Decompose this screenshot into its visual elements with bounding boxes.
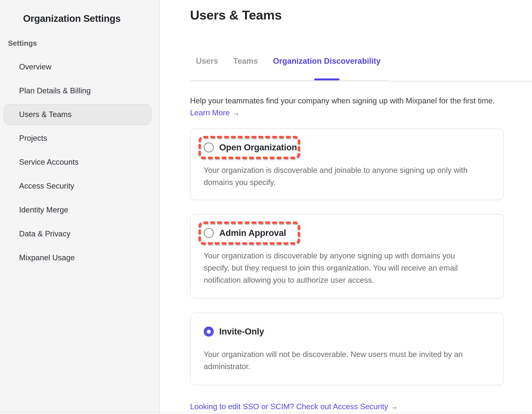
sidebar-item-identity-merge[interactable]: Identity Merge [0,198,160,222]
option-label-admin-approval: Admin Approval [219,228,286,238]
radio-row-open-organization[interactable]: Open Organization [204,142,297,152]
sidebar-item-service-accounts[interactable]: Service Accounts [0,150,160,174]
sidebar-nav: Overview Plan Details & Billing Users & … [0,55,160,270]
sidebar-item-data-privacy[interactable]: Data & Privacy [0,222,160,246]
option-card-admin-approval: Admin Approval Your organization is disc… [190,214,504,298]
radio-admin-approval[interactable] [204,228,214,238]
option-card-open-organization: Open Organization Your organization is d… [190,128,504,200]
radio-row-admin-approval[interactable]: Admin Approval [204,228,286,238]
option-description-open-organization: Your organization is discoverable and jo… [204,164,504,188]
option-card-invite-only: Invite-Only Your organization will not b… [190,312,504,386]
sidebar-item-mixpanel-usage[interactable]: Mixpanel Usage [0,246,160,270]
sidebar-item-overview[interactable]: Overview [0,55,160,79]
tab-teams[interactable]: Teams [233,57,258,66]
sidebar-item-plan-details-billing[interactable]: Plan Details & Billing [0,79,160,103]
tab-users[interactable]: Users [196,57,218,66]
option-label-invite-only: Invite-Only [219,327,264,337]
option-label-open-organization: Open Organization [219,142,297,152]
page-description: Help your teammates find your company wh… [190,95,532,107]
option-description-invite-only: Your organization will not be discoverab… [204,348,504,373]
access-security-link[interactable]: Looking to edit SSO or SCIM? Check out A… [190,402,398,411]
learn-more-link[interactable]: Learn More → [190,108,240,117]
sidebar-section-label: Settings [8,39,37,47]
radio-invite-only-selected[interactable] [204,327,214,337]
sidebar-item-users-teams[interactable]: Users & Teams [4,104,152,125]
sidebar: Organization Settings Settings Overview … [0,0,160,414]
tab-strip-divider [190,80,389,81]
sidebar-item-access-security[interactable]: Access Security [0,174,160,198]
tab-organization-discoverability[interactable]: Organization Discoverability [273,57,380,66]
radio-row-invite-only[interactable]: Invite-Only [204,327,264,337]
organization-settings-page: { "sidebar": { "title": "Organization Se… [0,0,532,414]
tab-bar: Users Teams Organization Discoverability [196,57,380,66]
sidebar-title: Organization Settings [23,13,121,24]
sidebar-item-projects[interactable]: Projects [0,126,160,150]
page-title: Users & Teams [190,8,282,22]
content-divider [389,81,532,82]
cutoff-dotted-divider [0,412,532,413]
radio-open-organization[interactable] [204,142,214,152]
main-content: Users & Teams Users Teams Organization D… [160,0,532,414]
option-description-admin-approval: Your organization is discoverable by any… [204,250,504,286]
